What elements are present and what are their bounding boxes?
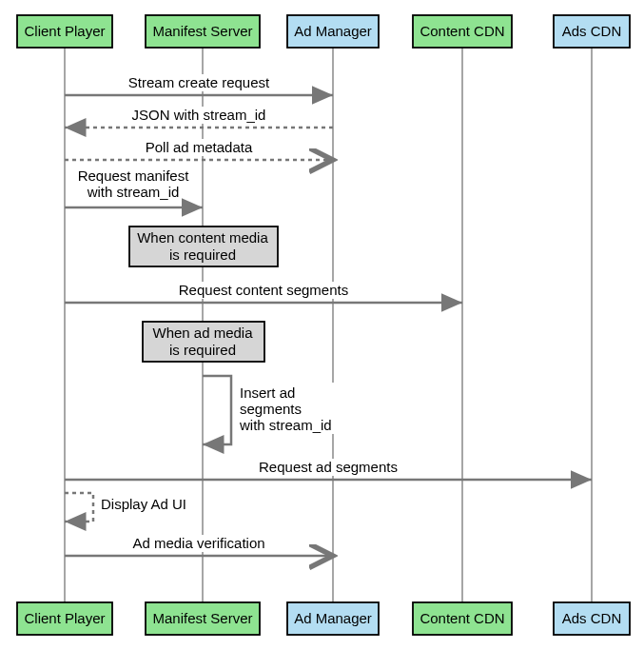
- msg-request-manifest-label-1: Request manifest: [78, 167, 190, 184]
- msg-insert-ad-segments-line3: with stream_id: [239, 417, 332, 433]
- msg-display-ad-ui: Display Ad UI: [65, 493, 200, 522]
- msg-request-content-segments: Request content segments: [65, 282, 462, 303]
- actor-client-bottom: Client Player: [17, 602, 112, 635]
- msg-poll-ad-metadata-label: Poll ad metadata: [146, 139, 253, 155]
- msg-ad-media-verification: Ad media verification: [65, 535, 333, 556]
- actor-ccdn-bottom: Content CDN: [413, 602, 512, 635]
- msg-insert-ad-segments-line1: Insert ad: [240, 384, 295, 401]
- msg-json-with-stream-id-label: JSON with stream_id: [132, 107, 266, 123]
- actor-manifest-label: Manifest Server: [152, 23, 252, 39]
- actor-ccdn-label-bottom: Content CDN: [420, 610, 504, 626]
- actor-acdn-bottom: Ads CDN: [554, 602, 630, 635]
- msg-json-with-stream-id: JSON with stream_id: [65, 107, 333, 128]
- msg-request-manifest-label-2: with stream_id: [87, 184, 180, 200]
- note-ad-media-required: When ad media is required: [143, 322, 264, 362]
- msg-display-ad-ui-label: Display Ad UI: [101, 496, 186, 512]
- msg-insert-ad-segments-line2: segments: [240, 401, 302, 417]
- actor-client-label: Client Player: [24, 23, 105, 39]
- note-ad-media-required-line2: is required: [169, 342, 236, 358]
- actor-admgr-bottom: Ad Manager: [287, 602, 379, 635]
- actor-client-label-bottom: Client Player: [24, 610, 105, 626]
- actor-acdn-label: Ads CDN: [562, 23, 622, 39]
- note-ad-media-required-line1: When ad media: [152, 325, 253, 341]
- actor-manifest-bottom: Manifest Server: [146, 602, 260, 635]
- note-content-media-required: When content media is required: [129, 227, 278, 266]
- actor-ccdn-label: Content CDN: [420, 23, 504, 39]
- msg-request-manifest: Request manifest with stream_id: [65, 167, 203, 207]
- msg-poll-ad-metadata: Poll ad metadata: [65, 139, 333, 160]
- actor-client-top: Client Player: [17, 15, 112, 48]
- msg-request-content-segments-label: Request content segments: [179, 282, 348, 298]
- actor-manifest-top: Manifest Server: [146, 15, 260, 48]
- msg-insert-ad-segments: Insert ad segments with stream_id: [203, 376, 348, 444]
- msg-request-ad-segments: Request ad segments: [65, 459, 592, 480]
- msg-stream-create-request: Stream create request: [65, 74, 333, 95]
- actor-ccdn-top: Content CDN: [413, 15, 512, 48]
- actor-acdn-top: Ads CDN: [554, 15, 630, 48]
- note-content-media-required-line2: is required: [169, 246, 236, 263]
- msg-stream-create-request-label: Stream create request: [128, 74, 270, 90]
- note-content-media-required-line1: When content media: [137, 229, 268, 246]
- actor-admgr-label-bottom: Ad Manager: [294, 610, 372, 626]
- actor-manifest-label-bottom: Manifest Server: [152, 610, 252, 626]
- msg-request-ad-segments-label: Request ad segments: [259, 459, 398, 475]
- msg-ad-media-verification-label: Ad media verification: [132, 535, 264, 551]
- actor-admgr-top: Ad Manager: [287, 15, 379, 48]
- actor-acdn-label-bottom: Ads CDN: [562, 610, 622, 626]
- actor-admgr-label: Ad Manager: [294, 23, 372, 39]
- sequence-diagram: Client Player Manifest Server Ad Manager…: [0, 0, 644, 650]
